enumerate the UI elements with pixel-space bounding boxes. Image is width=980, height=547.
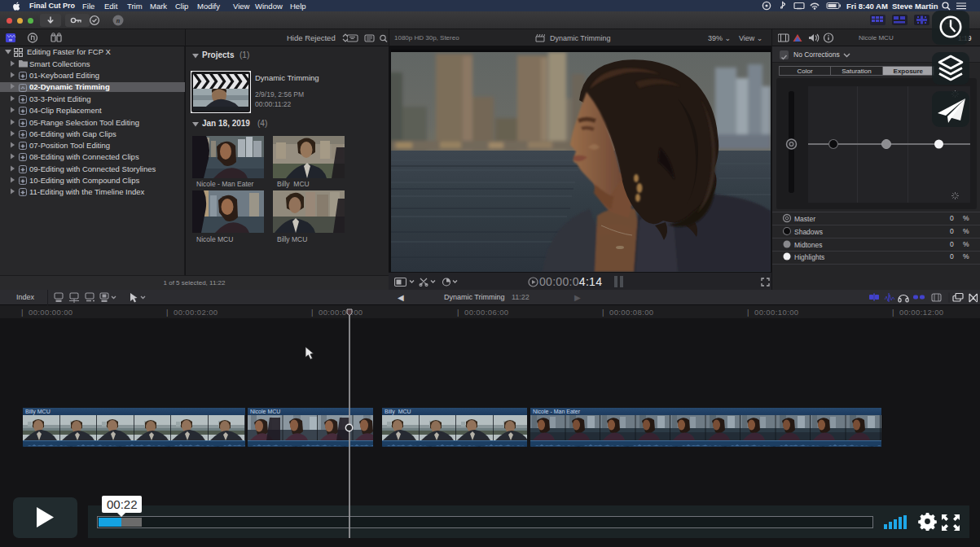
- svg-text:n: n: [116, 17, 121, 24]
